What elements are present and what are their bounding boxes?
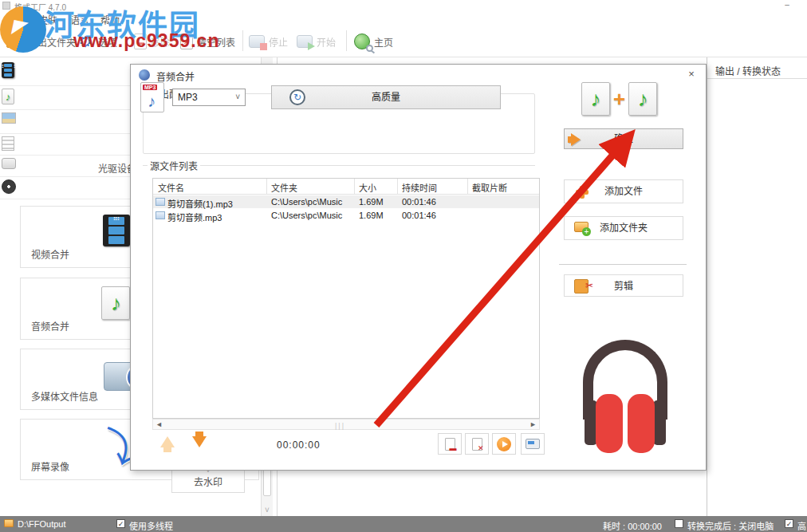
quality-button[interactable]: ↻ 高质量 xyxy=(271,85,501,109)
headphones-image xyxy=(573,332,677,451)
quality-gear-icon: ↻ xyxy=(289,89,305,105)
audio-tab-icon: ♪ xyxy=(2,89,14,104)
scroll-left-icon[interactable]: ◄ xyxy=(155,420,163,428)
horizontal-scrollbar[interactable]: ◄ ||| ► xyxy=(152,419,540,430)
output-path[interactable]: D:\FFOutput xyxy=(18,519,66,529)
col-clip[interactable]: 截取片断 xyxy=(472,181,507,194)
picture-tab-icon xyxy=(2,112,16,124)
format-value: MP3 xyxy=(178,92,198,103)
output-status-panel: 输出 / 转换状态 xyxy=(707,57,807,516)
start-button: 开始 xyxy=(297,29,336,54)
chevron-down-icon: ˅ xyxy=(235,93,240,101)
menu-task[interactable]: 任务 xyxy=(6,13,26,26)
audio-merge-dialog: 音频合并 × 输出配置 MP3♪ MP3 ˅ ↻ 高质量 ♪ + ♪ 确定 源文… xyxy=(130,64,707,471)
clear-files-button[interactable]: ✕ xyxy=(465,433,489,455)
quality-label: 高质量 xyxy=(372,92,400,103)
add-folder-button[interactable]: 添加文件夹 xyxy=(564,216,683,240)
audio-file-icon xyxy=(155,198,165,206)
rom-device-icon xyxy=(2,158,16,169)
options-button[interactable]: ⚙ 选项 xyxy=(77,29,117,54)
remove-button: ▬ 移除 xyxy=(134,29,170,54)
start-label: 开始 xyxy=(317,35,336,49)
total-time: 00:00:00 xyxy=(277,439,321,451)
options-label: 选项 xyxy=(98,35,117,49)
move-up-button[interactable] xyxy=(160,436,175,447)
output-folder-icon xyxy=(4,519,14,527)
clear-list-button[interactable]: ✕ 清空列表 xyxy=(180,29,235,54)
scroll-right-icon[interactable]: ► xyxy=(529,420,537,428)
remove-watermark-label: 去水印 xyxy=(194,477,222,488)
menu-bar: 任务 皮肤 语言 帮助 xyxy=(0,11,807,26)
stop-label: 停止 xyxy=(269,35,288,49)
remove-label: 移除 xyxy=(151,35,170,49)
main-toolbar: 输出文件夹 ⚙ 选项 ▬ 移除 ✕ 清空列表 停止 开始 主页 xyxy=(0,26,807,57)
play-button[interactable] xyxy=(492,433,516,455)
audio-file-icon xyxy=(155,211,165,219)
remove-file-icon: ▬ xyxy=(134,33,147,49)
clip-label: 剪辑 xyxy=(614,281,633,292)
add-file-button[interactable]: 添加文件 xyxy=(564,179,683,203)
multithread-label: 使用多线程 xyxy=(129,519,173,532)
display-icon xyxy=(526,439,540,449)
close-icon[interactable]: × xyxy=(685,68,698,81)
elapsed-time: 耗时 : 00:00:00 xyxy=(603,519,662,532)
remove-file-icon: ▬ xyxy=(445,438,455,451)
shutdown-label: 转换完成后 : 关闭电脑 xyxy=(687,519,774,532)
dialog-bottom-toolbar: 00:00:00 ▬ ✕ xyxy=(143,433,535,460)
card-label: 屏幕录像 xyxy=(31,459,69,473)
minimize-button[interactable]: – xyxy=(781,0,793,8)
stop-icon xyxy=(249,35,265,48)
move-down-button[interactable] xyxy=(192,436,207,447)
multithread-checkbox[interactable]: ✓ xyxy=(116,519,125,528)
scissors-icon xyxy=(574,279,589,294)
scroll-down-icon[interactable]: ˅ xyxy=(262,506,273,514)
table-row[interactable]: 剪切音频(1).mp3 C:\Users\pc\Music 1.69M 00:0… xyxy=(153,195,539,208)
home-button[interactable]: 主页 xyxy=(354,29,393,54)
col-size[interactable]: 大小 xyxy=(359,181,376,194)
confirm-button[interactable]: 确定 xyxy=(564,128,683,149)
add-folder-label: 添加文件夹 xyxy=(600,223,648,234)
table-header-row[interactable]: 文件名 文件夹 大小 持续时间 截取片断 xyxy=(153,179,539,195)
confirm-label: 确定 xyxy=(614,133,633,144)
divider xyxy=(707,78,807,79)
col-duration[interactable]: 持续时间 xyxy=(402,181,437,194)
card-label: 音频合并 xyxy=(31,319,69,333)
start-icon xyxy=(297,35,313,48)
col-folder[interactable]: 文件夹 xyxy=(271,181,297,194)
add-icon xyxy=(576,186,589,199)
document-tab-icon xyxy=(2,136,14,151)
extra-checkbox[interactable]: ✓ xyxy=(785,519,793,528)
divider xyxy=(559,264,687,265)
clear-files-icon: ✕ xyxy=(472,438,482,451)
format-select[interactable]: MP3 ˅ xyxy=(172,89,246,106)
app-window: 格式工厂 4.7.0 – 任务 皮肤 语言 帮助 输出文件夹 ⚙ 选项 ▬ 移除… xyxy=(0,0,807,532)
col-filename[interactable]: 文件名 xyxy=(158,181,184,194)
scrollbar-grip[interactable]: ||| xyxy=(335,422,345,430)
card-label: 视频合并 xyxy=(31,247,69,261)
extra-label-clipped: 高 xyxy=(797,519,806,532)
home-label: 主页 xyxy=(374,35,393,49)
film-reel-icon xyxy=(2,179,16,194)
divider xyxy=(143,165,535,166)
audio-merge-big-icon: ♪ + ♪ xyxy=(581,82,657,116)
clear-list-label: 清空列表 xyxy=(197,35,235,49)
clear-list-icon: ✕ xyxy=(180,33,193,49)
dialog-title: 音频合并 xyxy=(156,69,195,83)
video-tab-icon xyxy=(2,62,14,78)
clip-button[interactable]: 剪辑 xyxy=(564,274,683,297)
menu-help[interactable]: 帮助 xyxy=(100,13,120,26)
table-row[interactable]: 剪切音频.mp3 C:\Users\pc\Music 1.69M 00:01:4… xyxy=(153,209,539,222)
menu-language[interactable]: 语言 xyxy=(70,13,89,26)
remove-file-button[interactable]: ▬ xyxy=(438,433,462,455)
preview-toggle-button[interactable] xyxy=(521,433,545,455)
stop-button: 停止 xyxy=(249,29,288,54)
shutdown-checkbox[interactable] xyxy=(675,519,683,528)
menu-skin[interactable]: 皮肤 xyxy=(38,13,57,26)
gear-icon: ⚙ xyxy=(77,33,94,50)
app-icon xyxy=(2,2,10,10)
folder-icon xyxy=(6,35,24,48)
dialog-icon xyxy=(139,69,150,81)
card-label: 多媒体文件信息 xyxy=(31,389,98,403)
toolbar-separator xyxy=(242,30,243,51)
output-folder-button[interactable]: 输出文件夹 xyxy=(6,29,76,54)
